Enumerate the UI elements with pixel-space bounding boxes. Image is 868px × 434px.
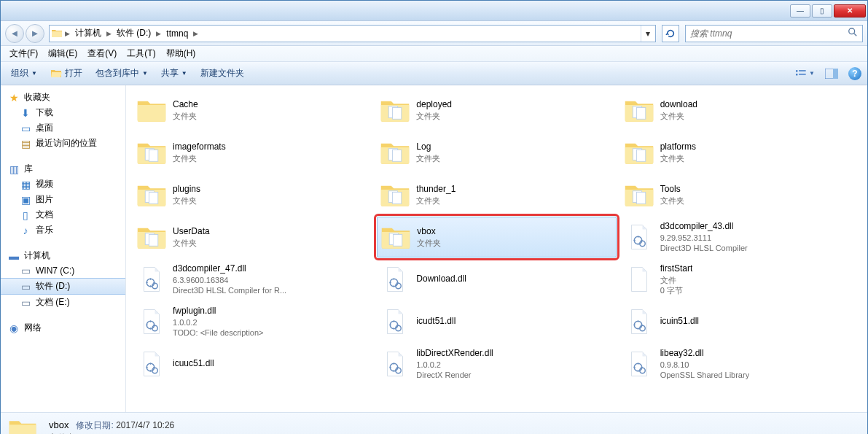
music-icon: ♪ xyxy=(20,225,31,236)
file-item[interactable]: UserData文件夹 xyxy=(133,217,372,257)
picture-icon: ▣ xyxy=(20,194,31,206)
folder-doc-icon xyxy=(624,95,654,125)
details-prop-value: 2017/4/7 10:26 xyxy=(116,420,174,430)
sidebar-item-drive-e[interactable]: ▭文档 (E:) xyxy=(1,295,125,310)
sidebar-computer[interactable]: ▬计算机 xyxy=(1,248,125,263)
search-box[interactable] xyxy=(685,25,863,42)
download-icon: ⬇ xyxy=(20,107,31,119)
breadcrumb-computer[interactable]: 计算机 xyxy=(72,26,104,42)
file-item[interactable]: fwplugin.dll1.0.0.2TODO: <File descripti… xyxy=(133,301,372,342)
address-bar[interactable]: ▶ 计算机 ▶ 软件 (D:) ▶ ttmnq ▶ ▾ xyxy=(49,25,656,42)
search-input[interactable] xyxy=(690,28,848,39)
file-item[interactable]: vbox文件夹 xyxy=(377,217,616,257)
folder-doc-icon xyxy=(624,137,654,168)
file-meta: 0 字节 xyxy=(660,285,693,295)
dll-icon xyxy=(136,349,167,379)
svg-rect-4 xyxy=(796,74,797,75)
sidebar-library[interactable]: ▥库 xyxy=(1,161,125,177)
sidebar-item-documents[interactable]: ▯文档 xyxy=(1,207,125,222)
menu-edit[interactable]: 编辑(E) xyxy=(44,46,82,61)
folder-icon xyxy=(51,28,63,39)
menu-file[interactable]: 文件(F) xyxy=(5,46,42,61)
forward-button[interactable]: ► xyxy=(26,24,44,43)
back-button[interactable]: ◄ xyxy=(5,24,24,43)
folder-doc-icon xyxy=(380,179,410,210)
menubar: 文件(F) 编辑(E) 查看(V) 工具(T) 帮助(H) xyxy=(1,46,867,62)
file-type: 文件夹 xyxy=(660,195,684,206)
file-item[interactable]: deployed文件夹 xyxy=(377,90,616,131)
help-button[interactable]: ? xyxy=(848,67,861,80)
sidebar-favorites[interactable]: ★收藏夹 xyxy=(1,90,125,105)
chevron-right-icon: ▶ xyxy=(191,30,200,37)
sidebar-item-music[interactable]: ♪音乐 xyxy=(1,222,125,238)
sidebar-item-drive-d[interactable]: ▭软件 (D:) xyxy=(1,278,125,295)
file-item[interactable]: libDirectXRender.dll1.0.0.2DirectX Rende… xyxy=(377,344,616,384)
file-name: icudt51.dll xyxy=(416,316,455,328)
sidebar-item-drive-c[interactable]: ▭WIN7 (C:) xyxy=(1,263,125,278)
file-type: 文件夹 xyxy=(173,111,198,121)
file-item[interactable]: icuuc51.dll xyxy=(133,344,372,384)
file-name: Cache xyxy=(173,99,198,111)
file-type: 9.29.952.3111 xyxy=(660,233,748,243)
file-type: 文件夹 xyxy=(660,153,696,163)
file-item[interactable]: d3dcompiler_47.dll6.3.9600.16384Direct3D… xyxy=(133,259,372,300)
view-mode-button[interactable]: ▼ xyxy=(796,66,815,81)
refresh-button[interactable] xyxy=(662,25,679,42)
file-item[interactable]: platforms文件夹 xyxy=(621,132,860,173)
file-item[interactable]: libeay32.dll0.9.8.10OpenSSL Shared Libra… xyxy=(621,344,860,384)
breadcrumb-drive[interactable]: 软件 (D:) xyxy=(114,26,154,42)
open-button[interactable]: 打开 xyxy=(46,66,87,81)
breadcrumb-folder[interactable]: ttmnq xyxy=(163,26,191,42)
sidebar-item-downloads[interactable]: ⬇下载 xyxy=(1,105,125,120)
file-item[interactable]: plugins文件夹 xyxy=(133,174,372,215)
sidebar-item-pictures[interactable]: ▣图片 xyxy=(1,192,125,207)
folder-icon xyxy=(8,416,39,435)
sidebar-item-video[interactable]: ▦视频 xyxy=(1,177,125,192)
navbar: ◄ ► ▶ 计算机 ▶ 软件 (D:) ▶ ttmnq ▶ ▾ xyxy=(1,21,867,46)
menu-tools[interactable]: 工具(T) xyxy=(122,46,160,61)
sidebar-item-recent[interactable]: ▤最近访问的位置 xyxy=(1,136,125,151)
file-item[interactable]: Download.dll xyxy=(377,259,616,300)
details-name: vbox xyxy=(49,419,69,430)
file-name: icuuc51.dll xyxy=(173,358,214,370)
file-meta: TODO: <File description> xyxy=(173,328,264,338)
file-item[interactable]: firstStart文件0 字节 xyxy=(621,259,860,300)
sidebar-network[interactable]: ◉网络 xyxy=(1,320,125,336)
minimize-button[interactable]: — xyxy=(790,4,810,18)
organize-button[interactable]: 组织▼ xyxy=(7,66,42,81)
drive-icon: ▭ xyxy=(20,297,31,309)
file-name: libeay32.dll xyxy=(660,348,750,360)
folder-doc-icon xyxy=(380,137,410,168)
dll-icon xyxy=(380,349,410,379)
file-item[interactable]: Log文件夹 xyxy=(377,132,616,173)
share-button[interactable]: 共享▼ xyxy=(157,66,192,81)
sidebar-item-desktop[interactable]: ▭桌面 xyxy=(1,120,125,136)
menu-help[interactable]: 帮助(H) xyxy=(162,46,200,61)
file-type: 文件夹 xyxy=(173,195,200,206)
file-name: vbox xyxy=(417,226,441,238)
folder-doc-icon xyxy=(380,222,411,252)
new-folder-button[interactable]: 新建文件夹 xyxy=(196,66,249,81)
dll-icon xyxy=(136,264,167,295)
file-item[interactable]: Tools文件夹 xyxy=(621,174,860,215)
file-name: download xyxy=(660,99,697,111)
file-item[interactable]: icuin51.dll xyxy=(621,301,860,342)
file-meta: OpenSSL Shared Library xyxy=(660,370,750,380)
dll-icon xyxy=(380,306,410,337)
close-button[interactable]: ✕ xyxy=(834,4,866,18)
search-icon xyxy=(848,27,858,39)
file-type: 1.0.0.2 xyxy=(416,360,493,370)
file-item[interactable]: imageformats文件夹 xyxy=(133,132,372,173)
file-item[interactable]: download文件夹 xyxy=(621,90,860,131)
details-bar: vbox 修改日期: 2017/4/7 10:26 文件夹 xyxy=(1,412,867,434)
file-item[interactable]: d3dcompiler_43.dll9.29.952.3111Direct3D … xyxy=(621,217,860,257)
file-item[interactable]: icudt51.dll xyxy=(377,301,616,342)
file-item[interactable]: Cache文件夹 xyxy=(133,90,372,131)
toolbar: 组织▼ 打开 包含到库中▼ 共享▼ 新建文件夹 ▼ ? xyxy=(1,62,867,85)
preview-pane-button[interactable] xyxy=(822,66,841,81)
file-item[interactable]: thunder_1文件夹 xyxy=(377,174,616,215)
address-dropdown[interactable]: ▾ xyxy=(641,26,654,42)
menu-view[interactable]: 查看(V) xyxy=(83,46,121,61)
include-library-button[interactable]: 包含到库中▼ xyxy=(91,66,152,81)
maximize-button[interactable]: ▯ xyxy=(812,4,832,18)
